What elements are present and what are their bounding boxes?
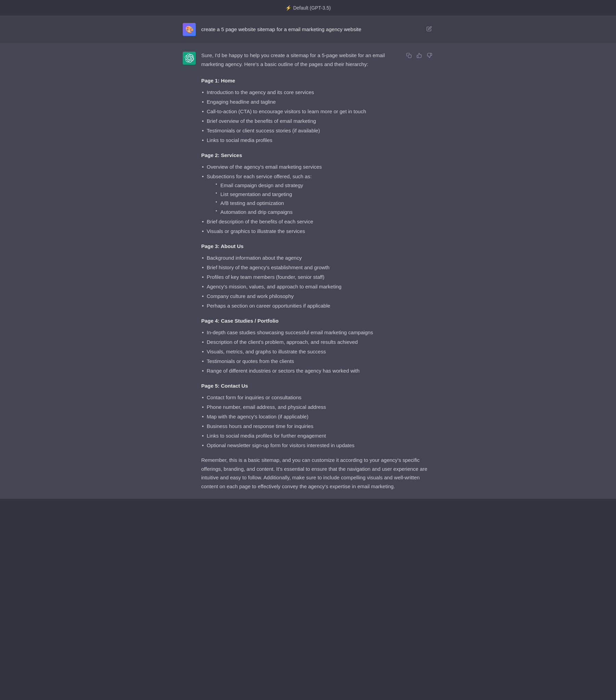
list-item: Links to social media profiles for furth…: [201, 432, 433, 440]
model-label: Default (GPT-3.5): [293, 4, 331, 12]
list-item: Engaging headline and tagline: [201, 98, 433, 106]
list-item: Call-to-action (CTA) to encourage visito…: [201, 108, 433, 116]
assistant-avatar: [183, 52, 196, 65]
page-title-1: Page 1: Home: [201, 77, 433, 85]
page-bullets-2: Overview of the agency's email marketing…: [201, 163, 433, 235]
list-item: Map with the agency's location (if appli…: [201, 413, 433, 421]
list-item: Visuals or graphics to illustrate the se…: [201, 227, 433, 235]
page-bullets-1: Introduction to the agency and its core …: [201, 88, 433, 145]
list-item: Profiles of key team members (founder, s…: [201, 273, 433, 281]
copy-button[interactable]: [405, 52, 413, 61]
svg-text:🎨: 🎨: [185, 25, 194, 34]
list-item: Brief description of the benefits of eac…: [201, 217, 433, 226]
list-item: Email campaign design and strategy: [215, 181, 433, 189]
svg-rect-2: [408, 55, 411, 58]
intro-text: Sure, I'd be happy to help you create a …: [201, 51, 405, 68]
list-item: List segmentation and targeting: [215, 190, 433, 198]
list-item: Background information about the agency: [201, 254, 433, 262]
list-item: Description of the client's problem, app…: [201, 338, 433, 346]
page-title-3: Page 3: About Us: [201, 242, 433, 250]
closing-paragraph: Remember, this is a basic sitemap, and y…: [201, 456, 433, 491]
action-icons: [405, 52, 433, 61]
lightning-icon: ⚡: [285, 4, 291, 12]
pages-container: Page 1: HomeIntroduction to the agency a…: [201, 77, 433, 450]
list-item: Perhaps a section on career opportunitie…: [201, 302, 433, 310]
list-item: Testimonials or quotes from the clients: [201, 357, 433, 365]
list-item: Company culture and work philosophy: [201, 292, 433, 300]
list-item: Overview of the agency's email marketing…: [201, 163, 433, 171]
top-bar: ⚡ Default (GPT-3.5): [0, 0, 616, 16]
page-bullets-5: Contact form for inquiries or consultati…: [201, 393, 433, 450]
list-item: Business hours and response time for inq…: [201, 422, 433, 430]
user-message-text: create a 5 page website sitemap for a em…: [201, 25, 420, 34]
list-item: Contact form for inquiries or consultati…: [201, 393, 433, 402]
list-item: Agency's mission, values, and approach t…: [201, 283, 433, 291]
message-header: Sure, I'd be happy to help you create a …: [201, 51, 433, 70]
thumbup-button[interactable]: [416, 52, 423, 61]
list-item: Brief overview of the benefits of email …: [201, 117, 433, 125]
list-item: Introduction to the agency and its core …: [201, 88, 433, 97]
page-bullets-4: In-depth case studies showcasing success…: [201, 328, 433, 375]
thumbdown-button[interactable]: [426, 52, 433, 61]
list-item: Subsections for each service offered, su…: [201, 173, 433, 216]
list-item: Brief history of the agency's establishm…: [201, 263, 433, 272]
page-title-5: Page 5: Contact Us: [201, 382, 433, 390]
edit-message-button[interactable]: [425, 25, 433, 34]
list-item: Testimonials or client success stories (…: [201, 127, 433, 135]
page-title-4: Page 4: Case Studies / Portfolio: [201, 317, 433, 325]
list-item: Optional newsletter sign-up form for vis…: [201, 441, 433, 450]
assistant-message-container: Sure, I'd be happy to help you create a …: [0, 43, 616, 499]
list-item: Phone number, email address, and physica…: [201, 403, 433, 411]
user-message-container: 🎨 create a 5 page website sitemap for a …: [0, 16, 616, 43]
list-item: Links to social media profiles: [201, 136, 433, 145]
assistant-content: Sure, I'd be happy to help you create a …: [201, 51, 433, 491]
page-title-2: Page 2: Services: [201, 151, 433, 160]
list-item: In-depth case studies showcasing success…: [201, 328, 433, 337]
sub-bullet-list: Email campaign design and strategyList s…: [207, 181, 433, 216]
list-item: Visuals, metrics, and graphs to illustra…: [201, 348, 433, 356]
user-avatar: 🎨: [183, 23, 196, 36]
page-bullets-3: Background information about the agencyB…: [201, 254, 433, 310]
list-item: Range of different industries or sectors…: [201, 367, 433, 375]
list-item: A/B testing and optimization: [215, 199, 433, 207]
list-item: Automation and drip campaigns: [215, 208, 433, 216]
